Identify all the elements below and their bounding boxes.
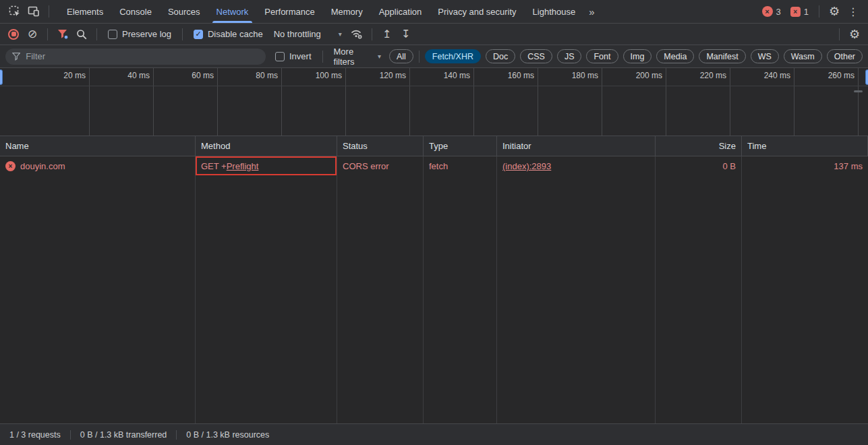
export-har-icon[interactable]: ↧ xyxy=(397,26,415,43)
tab-console[interactable]: Console xyxy=(111,0,160,23)
network-filter-row: Invert More filters ▾ All Fetch/XHR Doc … xyxy=(0,45,868,68)
tab-privacy-and-security[interactable]: Privacy and security xyxy=(430,0,524,23)
chip-all[interactable]: All xyxy=(389,49,413,63)
filter-input-box[interactable] xyxy=(5,49,266,65)
network-settings-gear-icon[interactable]: ⚙ xyxy=(845,26,864,43)
resources-summary: 0 B / 1.3 kB resources xyxy=(176,430,279,440)
chip-divider xyxy=(419,51,419,63)
throttling-select[interactable]: No throttling ▾ xyxy=(268,29,347,39)
chip-fetch-xhr[interactable]: Fetch/XHR xyxy=(425,49,481,63)
more-filters-dropdown[interactable]: More filters ▾ xyxy=(328,47,386,67)
disable-cache-checkbox[interactable]: ✓ Disable cache xyxy=(194,29,263,39)
toolbar-divider xyxy=(182,28,183,40)
issues-badge[interactable]: × 1 xyxy=(790,7,809,17)
column-header-initiator[interactable]: Initiator xyxy=(497,136,656,156)
toolbar-divider xyxy=(49,5,49,18)
invert-checkbox[interactable]: Invert xyxy=(275,51,312,61)
preserve-log-checkbox[interactable]: Preserve log xyxy=(108,29,171,39)
checkbox-checked: ✓ xyxy=(194,30,203,39)
timeline-segment: 240 ms xyxy=(730,68,794,136)
chip-wasm[interactable]: Wasm xyxy=(784,49,822,63)
more-tabs-icon[interactable]: » xyxy=(583,6,600,18)
request-status-cell[interactable]: CORS error xyxy=(337,156,424,175)
column-header-status[interactable]: Status xyxy=(337,136,424,156)
column-header-method[interactable]: Method xyxy=(196,136,337,156)
initiator-link[interactable]: (index):2893 xyxy=(502,161,551,171)
devtools-tabbar: Elements Console Sources Network Perform… xyxy=(0,0,868,24)
filter-input[interactable] xyxy=(26,51,259,61)
request-name-cell[interactable]: × douyin.com xyxy=(0,156,196,175)
timeline-tick: 240 ms xyxy=(764,71,790,80)
timeline-tick: 20 ms xyxy=(63,71,86,80)
chip-media[interactable]: Media xyxy=(656,49,694,63)
table-column-grid xyxy=(0,156,868,423)
timeline-segment: 80 ms xyxy=(218,68,282,136)
chip-css[interactable]: CSS xyxy=(520,49,552,63)
tab-lighthouse[interactable]: Lighthouse xyxy=(525,0,584,23)
request-method-cell[interactable]: GET + Preflight xyxy=(196,156,337,175)
column-header-type[interactable]: Type xyxy=(424,136,497,156)
timeline-tick: 220 ms xyxy=(700,71,726,80)
timeline-tick: 180 ms xyxy=(572,71,598,80)
tab-network[interactable]: Network xyxy=(208,0,257,23)
throttling-value: No throttling xyxy=(274,29,321,39)
request-size-cell[interactable]: 0 B xyxy=(656,156,742,175)
tab-application[interactable]: Application xyxy=(371,0,430,23)
record-network-log-button[interactable] xyxy=(4,26,23,43)
clear-network-log-button[interactable]: ⊘ xyxy=(23,26,42,43)
table-row[interactable]: × douyin.com GET + Preflight CORS error … xyxy=(0,156,868,175)
tab-performance[interactable]: Performance xyxy=(256,0,322,23)
import-har-icon[interactable]: ↥ xyxy=(378,26,397,43)
kebab-menu-icon[interactable]: ⋮ xyxy=(844,3,863,20)
chip-ws[interactable]: WS xyxy=(751,49,779,63)
column-header-time[interactable]: Time xyxy=(742,136,868,156)
request-type-cell[interactable]: fetch xyxy=(424,156,497,175)
column-header-name[interactable]: Name xyxy=(0,136,196,156)
timeline-tick: 60 ms xyxy=(192,71,214,80)
toolbar-divider xyxy=(839,28,840,40)
settings-gear-icon[interactable]: ⚙ xyxy=(825,3,844,20)
network-toolbar: ⊘ Preserve log ✓ Disable cache No thrott… xyxy=(0,24,868,45)
chip-font[interactable]: Font xyxy=(586,49,618,63)
ruler-baseline xyxy=(0,86,868,86)
issue-count: 1 xyxy=(804,7,809,17)
tab-sources[interactable]: Sources xyxy=(160,0,208,23)
clear-icon: ⊘ xyxy=(28,28,37,40)
chip-img[interactable]: Img xyxy=(623,49,652,63)
chip-doc[interactable]: Doc xyxy=(486,49,515,63)
timeline-segment: 220 ms xyxy=(666,68,730,136)
chip-manifest[interactable]: Manifest xyxy=(699,49,745,63)
request-initiator-cell[interactable]: (index):2893 xyxy=(497,156,656,175)
overview-scrollbar-thumb[interactable] xyxy=(854,90,863,92)
timeline-tick: 200 ms xyxy=(636,71,662,80)
inspect-element-icon[interactable] xyxy=(5,3,24,20)
tab-elements[interactable]: Elements xyxy=(59,0,111,23)
filter-funnel-icon[interactable] xyxy=(53,26,72,43)
chip-js[interactable]: JS xyxy=(557,49,582,63)
device-toolbar-icon[interactable] xyxy=(24,3,43,20)
console-errors-badge[interactable]: × 3 xyxy=(762,6,781,17)
timeline-tick: 100 ms xyxy=(316,71,342,80)
timeline-segment: 120 ms xyxy=(346,68,410,136)
preflight-link[interactable]: Preflight xyxy=(227,161,259,171)
requests-table-header: Name Method Status Type Initiator Size T… xyxy=(0,136,868,156)
timeline-segment: 20 ms xyxy=(0,68,90,136)
column-header-size[interactable]: Size xyxy=(656,136,742,156)
panel-tabs: Elements Console Sources Network Perform… xyxy=(59,0,583,23)
overview-right-handle[interactable] xyxy=(865,69,868,85)
network-conditions-icon[interactable] xyxy=(347,26,366,43)
request-name: douyin.com xyxy=(20,161,65,171)
timeline-tick: 140 ms xyxy=(444,71,470,80)
network-overview-timeline[interactable]: 20 ms 40 ms 60 ms 80 ms 100 ms 120 ms 14… xyxy=(0,68,868,136)
error-count: 3 xyxy=(776,7,781,17)
tab-memory[interactable]: Memory xyxy=(323,0,371,23)
toolbar-divider xyxy=(322,51,323,63)
checkbox-unchecked xyxy=(275,52,285,61)
chip-other[interactable]: Other xyxy=(827,49,863,63)
timeline-tick: 120 ms xyxy=(380,71,406,80)
transferred-summary: 0 B / 1.3 kB transferred xyxy=(70,430,177,440)
search-icon[interactable] xyxy=(72,26,91,43)
request-time-cell[interactable]: 137 ms xyxy=(742,156,868,175)
timeline-tick: 40 ms xyxy=(127,71,150,80)
overview-left-handle[interactable] xyxy=(0,69,3,85)
